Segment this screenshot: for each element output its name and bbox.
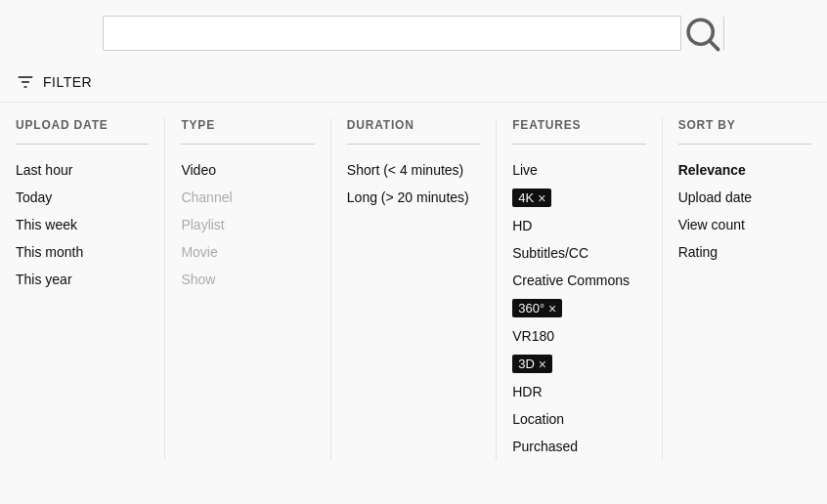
duration-column: DURATION Short (< 4 minutes) Long (> 20 … xyxy=(331,118,497,460)
filter-item[interactable]: This year xyxy=(16,266,149,293)
filter-item-3d: 3D × xyxy=(512,350,645,378)
filter-item-hdr[interactable]: HDR xyxy=(512,378,645,405)
filter-item[interactable]: This week xyxy=(16,211,149,238)
search-bar: 360 xyxy=(103,16,724,51)
filter-item-live[interactable]: Live xyxy=(512,156,645,184)
tag-3d[interactable]: 3D × xyxy=(512,355,552,373)
filter-item[interactable]: This month xyxy=(16,238,149,266)
features-column: FEATURES Live 4K × HD Subtitles/CC Creat… xyxy=(497,118,662,460)
filter-item-360: 360° × xyxy=(512,294,645,322)
filter-content: UPLOAD DATE Last hour Today This week Th… xyxy=(0,103,827,460)
filter-item-channel: Channel xyxy=(181,184,314,211)
tag-360-label: 360° xyxy=(518,301,544,315)
tag-3d-label: 3D xyxy=(518,357,535,371)
filter-label: FILTER xyxy=(43,74,92,90)
filter-item-show: Show xyxy=(181,266,314,293)
svg-point-0 xyxy=(688,20,713,44)
filter-item-playlist: Playlist xyxy=(181,211,314,238)
tag-4k-label: 4K xyxy=(518,190,534,205)
tag-3d-remove[interactable]: × xyxy=(539,357,546,371)
filter-item[interactable]: Last hour xyxy=(16,156,149,184)
sort-by-view-count[interactable]: View count xyxy=(678,211,811,238)
svg-line-1 xyxy=(711,41,718,49)
tag-360-remove[interactable]: × xyxy=(548,302,556,315)
search-bar-container: 360 xyxy=(0,0,827,63)
filter-toggle[interactable]: FILTER xyxy=(16,72,92,92)
search-input[interactable]: 360 xyxy=(104,24,680,42)
tag-4k-remove[interactable]: × xyxy=(538,191,545,205)
search-icon xyxy=(681,13,723,55)
features-header: FEATURES xyxy=(512,118,645,145)
filter-item-hd[interactable]: HD xyxy=(512,212,645,239)
upload-date-column: UPLOAD DATE Last hour Today This week Th… xyxy=(0,118,165,460)
filter-item-4k: 4K × xyxy=(512,184,645,212)
duration-header: DURATION xyxy=(347,118,480,145)
filter-item-long[interactable]: Long (> 20 minutes) xyxy=(347,184,480,211)
filter-item-subtitles[interactable]: Subtitles/CC xyxy=(512,239,645,267)
filter-item[interactable]: Today xyxy=(16,184,149,211)
type-header: TYPE xyxy=(181,118,314,145)
sort-by-relevance[interactable]: Relevance xyxy=(678,156,811,184)
sort-by-column: SORT BY Relevance Upload date View count… xyxy=(663,118,827,460)
sort-by-rating[interactable]: Rating xyxy=(678,238,811,266)
upload-date-header: UPLOAD DATE xyxy=(16,118,149,145)
sort-by-header: SORT BY xyxy=(678,118,811,145)
tag-4k[interactable]: 4K × xyxy=(512,189,551,207)
filter-item-creative-commons[interactable]: Creative Commons xyxy=(512,267,645,294)
sort-by-upload-date[interactable]: Upload date xyxy=(678,184,811,211)
filter-item-purchased[interactable]: Purchased xyxy=(512,433,645,460)
filter-item-video[interactable]: Video xyxy=(181,156,314,184)
filter-icon xyxy=(16,72,35,92)
type-column: TYPE Video Channel Playlist Movie Show xyxy=(165,118,330,460)
filter-bar: FILTER xyxy=(0,63,827,103)
filter-item-location[interactable]: Location xyxy=(512,405,645,433)
tag-360[interactable]: 360° × xyxy=(512,299,562,317)
filter-item-vr180[interactable]: VR180 xyxy=(512,322,645,350)
filter-item-movie: Movie xyxy=(181,238,314,266)
filter-item-short[interactable]: Short (< 4 minutes) xyxy=(347,156,480,184)
search-button[interactable] xyxy=(680,16,723,51)
